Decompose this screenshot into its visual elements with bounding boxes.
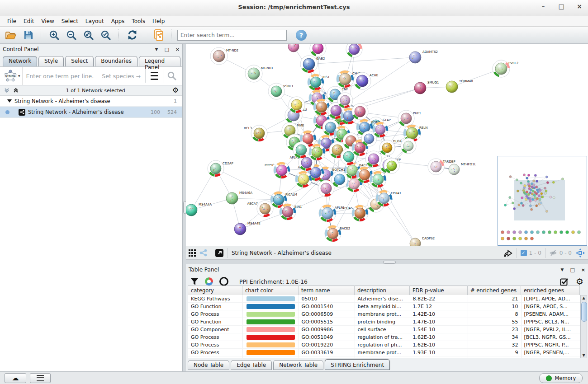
column-header-fdr-p-value[interactable]: FDR p-value — [410, 286, 468, 295]
scroll-up-icon[interactable]: ▲ — [581, 296, 587, 300]
table-row[interactable]: GO FunctionGO:0005515protein binding1.47… — [188, 318, 580, 326]
menu-layout[interactable]: Layout — [82, 17, 108, 26]
refresh-button[interactable] — [125, 28, 139, 42]
network-node[interactable] — [332, 171, 348, 187]
memory-button[interactable]: Memory — [539, 373, 583, 383]
network-node-mt-nd2[interactable]: MT-ND2 — [210, 47, 238, 65]
table-row[interactable]: KEGG Pathways05010Alzheimer's dise...8.8… — [188, 295, 580, 303]
tab-select[interactable]: Select — [65, 56, 94, 66]
splitter-grip[interactable] — [383, 261, 396, 264]
save-session-button[interactable] — [21, 28, 35, 42]
share-network-icon[interactable] — [199, 249, 207, 257]
network-node[interactable] — [309, 144, 325, 160]
string-options-button[interactable] — [146, 67, 163, 85]
menu-select[interactable]: Select — [58, 17, 82, 26]
tab-boundaries[interactable]: Boundaries — [95, 56, 138, 66]
network-node-gab2[interactable]: GAB2 — [300, 56, 325, 73]
task-list-button[interactable] — [30, 373, 51, 383]
network-node-mt-nd1[interactable]: MT-ND1 — [245, 65, 273, 82]
network-row-selected[interactable]: String Network - Alzheimer's disease 100… — [0, 107, 182, 117]
network-node-pvrl2[interactable]: PVRL2 — [493, 60, 518, 77]
panel-undock-icon[interactable]: □ — [570, 267, 574, 273]
network-node[interactable] — [365, 151, 382, 167]
network-node[interactable] — [370, 171, 386, 187]
column-header-chart-color[interactable]: chart color — [242, 286, 299, 295]
network-node[interactable] — [318, 180, 334, 197]
panel-undock-icon[interactable]: □ — [164, 47, 169, 52]
birds-eye-view[interactable] — [498, 156, 587, 246]
network-node-bin1[interactable]: BIN1 — [280, 204, 302, 220]
filter-icon[interactable] — [190, 278, 199, 286]
zoom-out-button[interactable] — [64, 28, 79, 42]
menu-tools[interactable]: Tools — [128, 17, 149, 26]
detach-view-icon[interactable] — [215, 248, 224, 258]
column-header-description[interactable]: description — [355, 286, 410, 295]
network-collection-row[interactable]: String Network - Alzheimer's disease 1 — [0, 96, 182, 107]
zoom-in-button[interactable] — [47, 28, 62, 42]
grid-mode-icon[interactable] — [189, 249, 196, 257]
open-session-button[interactable] — [4, 28, 18, 42]
select-rows-icon[interactable] — [560, 277, 569, 286]
network-node-ache[interactable]: ACHE — [354, 72, 378, 89]
network-node[interactable] — [293, 142, 309, 158]
column-header-term-name[interactable]: term name — [299, 286, 355, 295]
menu-edit[interactable]: Edit — [20, 17, 38, 26]
network-node[interactable] — [346, 44, 362, 57]
network-node[interactable] — [310, 44, 326, 56]
close-button[interactable]: × — [575, 3, 583, 10]
table-row[interactable]: GO ProcessGO:0019220regulation of ph...1… — [188, 341, 580, 349]
network-node-cd2ap[interactable]: CD2AP — [208, 160, 233, 177]
string-database-selector[interactable]: STRING ▾ — [2, 67, 23, 85]
cloud-button[interactable]: ☁ — [5, 373, 26, 383]
network-node-mthfd1l[interactable]: MTHFD1L — [449, 163, 476, 175]
tab-edge-table[interactable]: Edge Table — [231, 360, 272, 370]
vertical-splitter[interactable] — [183, 44, 186, 371]
search-input[interactable] — [177, 30, 287, 41]
table-row[interactable]: GO ProcessGO:0051049regulation of tra...… — [188, 333, 580, 341]
tab-style[interactable]: Style — [38, 56, 64, 66]
network-node-bcl3[interactable]: BCL3 — [244, 125, 267, 141]
expand-all-icon[interactable] — [13, 87, 19, 94]
horizontal-splitter[interactable] — [186, 260, 588, 264]
column-header-enriched-genes[interactable]: enriched genes — [521, 286, 580, 295]
network-node-tomm40[interactable]: TOMM40 — [446, 80, 473, 93]
import-network-button[interactable] — [151, 28, 166, 42]
table-row[interactable]: GO ProcessGO:0050435beta-amyloid m...2.0… — [188, 356, 580, 359]
network-node-ms4a4e[interactable]: MS4A4E — [234, 222, 261, 235]
column-header-category[interactable]: category — [188, 286, 242, 295]
network-node[interactable] — [379, 140, 395, 155]
zoom-selected-button[interactable] — [99, 28, 113, 42]
collapse-all-icon[interactable] — [4, 87, 10, 94]
birds-eye-toggle-icon[interactable] — [575, 248, 585, 258]
network-node-dlg4[interactable]: DLG4 — [393, 138, 416, 154]
table-row[interactable]: GO ComponentGO:0009986cell surface1.54E-… — [188, 326, 580, 333]
ring-chart-icon[interactable] — [219, 277, 228, 286]
menu-help[interactable]: Help — [149, 17, 168, 26]
network-node[interactable] — [289, 97, 305, 113]
network-node[interactable] — [373, 122, 388, 137]
menu-apps[interactable]: Apps — [108, 17, 128, 26]
selected-checkbox-icon[interactable]: ✓ — [521, 250, 527, 256]
tree-expand-icon[interactable] — [7, 99, 12, 103]
network-canvas[interactable]: MT-ND2MT-ND1VSNL1GAB2IRS1CHATACHEIL1BTNF… — [186, 44, 588, 247]
chart-color-icon[interactable] — [205, 277, 213, 286]
network-node-irs1[interactable]: IRS1 — [308, 74, 330, 90]
tab-string-enrichment[interactable]: STRING Enrichment — [325, 359, 390, 370]
network-node[interactable] — [295, 171, 312, 187]
network-node-ppp5c[interactable]: PPP5C — [265, 162, 290, 178]
maximize-button[interactable]: □ — [557, 3, 565, 10]
network-node-ms4a4a[interactable]: MS4A4A — [186, 203, 212, 216]
help-button[interactable]: ? — [296, 30, 307, 41]
network-node-epha1[interactable]: EPHA1 — [376, 190, 401, 206]
minimize-button[interactable]: – — [539, 3, 547, 10]
string-query-input[interactable] — [23, 73, 102, 80]
tab-network-table[interactable]: Network Table — [273, 360, 323, 370]
tab-network[interactable]: Network — [3, 56, 37, 66]
network-node[interactable] — [337, 93, 353, 108]
network-node-abca7[interactable]: ABCA7 — [247, 201, 273, 217]
network-node-vsnl1[interactable]: VSNL1 — [268, 83, 294, 99]
panel-float-icon[interactable]: ▼ — [155, 47, 158, 52]
scroll-down-icon[interactable]: ▼ — [581, 353, 587, 357]
network-node-bace2[interactable]: BACE2 — [325, 225, 350, 242]
tab-node-table[interactable]: Node Table — [188, 360, 229, 370]
